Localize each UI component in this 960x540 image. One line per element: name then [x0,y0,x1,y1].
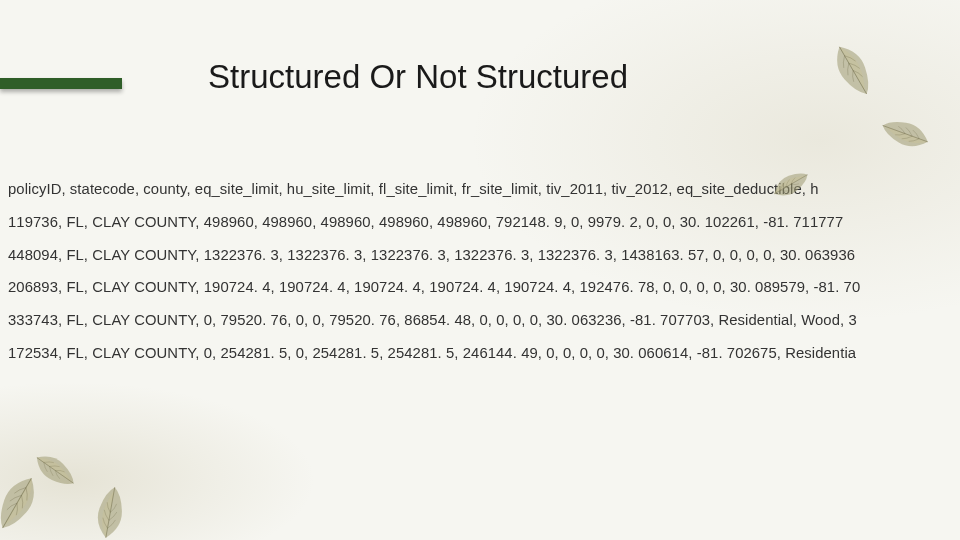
csv-data-row: 448094, FL, CLAY COUNTY, 1322376. 3, 132… [0,239,960,272]
page-title: Structured Or Not Structured [208,58,628,96]
csv-data-row: 206893, FL, CLAY COUNTY, 190724. 4, 1907… [0,271,960,304]
csv-block: policyID, statecode, county, eq_site_lim… [0,173,960,370]
leaf-icon [821,37,883,107]
csv-header-row: policyID, statecode, county, eq_site_lim… [0,173,960,206]
csv-data-row: 119736, FL, CLAY COUNTY, 498960, 498960,… [0,206,960,239]
accent-bar [0,78,122,89]
leaf-icon [90,481,134,540]
csv-data-row: 333743, FL, CLAY COUNTY, 0, 79520. 76, 0… [0,304,960,337]
leaf-icon [875,108,936,157]
leaf-icon [26,445,84,498]
csv-data-row: 172534, FL, CLAY COUNTY, 0, 254281. 5, 0… [0,337,960,370]
leaf-icon [0,466,48,540]
